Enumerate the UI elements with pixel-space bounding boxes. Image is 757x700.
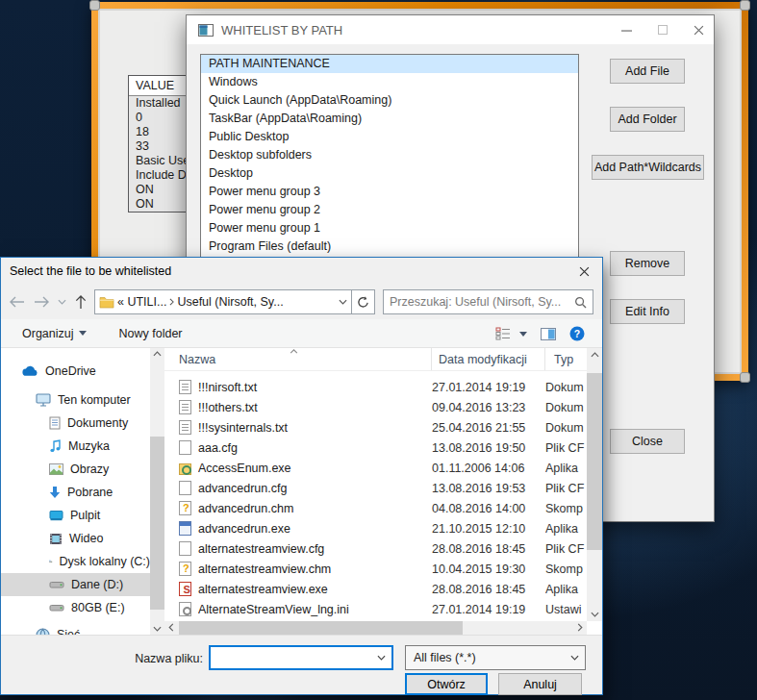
chevron-down-icon <box>570 655 579 661</box>
navigation-pane: OneDrive Ten komputer Dokumenty Muzyka <box>1 348 164 635</box>
back-icon[interactable] <box>10 296 25 308</box>
scroll-down-icon[interactable] <box>591 612 599 617</box>
file-row[interactable]: advancedrun.exe 21.10.2015 12:10 Aplika <box>164 518 587 538</box>
scrollbar-thumb[interactable] <box>150 437 164 610</box>
whitelist-titlebar[interactable]: WHITELIST BY PATH <box>187 15 714 44</box>
add-folder-button[interactable]: Add Folder <box>610 107 685 132</box>
file-row[interactable]: !!!others.txt 09.04.2016 13:23 Dokum <box>164 397 587 417</box>
sidebar-item-downloads[interactable]: Pobrane <box>1 481 150 504</box>
change-view-button[interactable] <box>495 327 527 341</box>
navigation-row: « UTILI... Useful (Nirsoft, Sy... <box>1 285 602 319</box>
column-header-date[interactable]: Data modyfikacji <box>432 348 545 370</box>
remove-button[interactable]: Remove <box>610 251 685 276</box>
close-icon[interactable] <box>569 258 598 285</box>
sidebar-item-network[interactable]: Sieć <box>1 623 150 635</box>
sidebar-item-desktop[interactable]: Pulpit <box>1 504 150 527</box>
address-bar[interactable]: « UTILI... Useful (Nirsoft, Sy... <box>94 289 352 314</box>
scroll-down-icon[interactable] <box>153 626 162 632</box>
file-row[interactable]: advancedrun.chm 04.08.2016 14:00 Skomp <box>164 498 587 518</box>
help-icon[interactable] <box>569 326 585 341</box>
file-date: 25.04.2016 21:55 <box>432 421 545 435</box>
sidebar-item-music[interactable]: Muzyka <box>1 435 150 458</box>
close-icon[interactable] <box>694 25 704 36</box>
search-box[interactable] <box>383 289 593 314</box>
column-header-name[interactable]: Nazwa <box>164 348 432 370</box>
filetype-dropdown[interactable]: All files (*.*) <box>405 645 586 670</box>
list-item[interactable]: Power menu group 1 <box>201 219 578 238</box>
filename-combobox[interactable] <box>209 645 393 670</box>
file-row[interactable]: !!!sysinternals.txt 25.04.2016 21:55 Dok… <box>164 417 587 438</box>
list-item[interactable]: PATH MAINTENANCE <box>201 55 578 73</box>
organize-menu[interactable]: Organizuj <box>22 327 87 340</box>
close-button[interactable]: Close <box>610 429 685 454</box>
list-item[interactable]: Public Desktop <box>201 128 578 146</box>
open-button[interactable]: Otwórz <box>405 673 488 695</box>
cancel-button[interactable]: Anuluj <box>498 673 582 695</box>
window-resize-grip[interactable] <box>740 372 750 383</box>
sidebar-item-80gb-e[interactable]: 80GB (E:) <box>1 596 150 619</box>
onedrive-cloud-icon <box>22 365 38 377</box>
sidebar-item-this-pc[interactable]: Ten komputer <box>1 388 150 412</box>
sidebar-scrollbar[interactable] <box>150 348 164 635</box>
file-row[interactable]: AccessEnum.exe 01.11.2006 14:06 Aplika <box>164 458 587 478</box>
scroll-up-icon[interactable] <box>153 351 162 357</box>
forward-icon[interactable] <box>34 296 49 308</box>
window-corner-grip[interactable] <box>89 0 100 11</box>
breadcrumb-segment[interactable]: Useful (Nirsoft, Sy... <box>177 295 283 309</box>
minimize-icon[interactable] <box>621 25 632 36</box>
add-path-wildcards-button[interactable]: Add Path*Wildcards <box>592 155 704 180</box>
sidebar-item-label: Sieć <box>57 628 80 635</box>
new-folder-button[interactable]: Nowy folder <box>119 327 183 340</box>
scrollbar-thumb[interactable] <box>179 621 463 635</box>
scroll-right-icon[interactable] <box>577 623 583 632</box>
file-rows: !!!nirsoft.txt 27.01.2014 19:19 Dokum !!… <box>164 371 587 621</box>
file-date: 01.11.2006 14:06 <box>432 462 545 475</box>
file-row[interactable]: !!!nirsoft.txt 27.01.2014 19:19 Dokum <box>164 377 587 397</box>
sidebar-item-videos[interactable]: Wideo <box>1 527 150 550</box>
list-item[interactable]: Windows <box>201 73 578 91</box>
scrollbar-thumb[interactable] <box>587 373 602 550</box>
edit-info-button[interactable]: Edit Info <box>610 299 685 324</box>
list-item[interactable]: TaskBar (AppData\Roaming) <box>201 110 578 128</box>
file-row[interactable]: alternatestreamview.chm 10.04.2015 19:30… <box>164 559 587 579</box>
filetype-value: All files (*.*) <box>414 651 476 664</box>
filename-input[interactable] <box>211 647 377 668</box>
list-item[interactable]: Power menu group 2 <box>201 201 578 219</box>
window-corner-grip[interactable] <box>740 0 750 11</box>
chevron-down-icon[interactable] <box>339 299 347 305</box>
scroll-up-icon[interactable] <box>591 352 599 358</box>
txt-file-icon <box>179 420 191 435</box>
file-list-horizontal-scrollbar[interactable] <box>164 621 587 635</box>
refresh-button[interactable] <box>352 289 375 314</box>
breadcrumb-segment[interactable]: « UTILI... <box>117 295 166 309</box>
file-row[interactable]: alternatestreamview.exe 28.08.2016 18:45… <box>164 579 587 599</box>
red-s-app-icon <box>179 582 191 596</box>
list-item[interactable]: Desktop subfolders <box>201 146 578 164</box>
sidebar-item-dane-d[interactable]: Dane (D:) <box>1 573 150 596</box>
file-name: alternatestreamview.exe <box>198 583 432 596</box>
sidebar-item-local-disk-c[interactable]: Dysk lokalny (C:) <box>1 550 150 573</box>
list-item[interactable]: Program Files (default) <box>201 238 578 256</box>
file-row[interactable]: alternatestreamview.cfg 28.08.2016 18:45… <box>164 538 587 559</box>
list-item[interactable]: Desktop <box>201 164 578 183</box>
up-icon[interactable] <box>75 295 87 310</box>
file-row[interactable]: aaa.cfg 13.08.2016 19:50 Plik CF <box>164 438 587 458</box>
file-type: Plik CF <box>545 542 587 556</box>
search-input[interactable] <box>390 295 574 309</box>
chevron-down-icon[interactable] <box>377 655 386 661</box>
file-row[interactable]: advancedrun.cfg 13.08.2016 19:53 Plik CF <box>164 478 587 498</box>
sidebar-item-documents[interactable]: Dokumenty <box>1 412 150 435</box>
file-type: Plik CF <box>545 482 587 495</box>
add-file-button[interactable]: Add File <box>610 59 685 84</box>
recent-locations-icon[interactable] <box>58 299 66 305</box>
file-list-vertical-scrollbar[interactable] <box>587 348 602 621</box>
file-dialog-titlebar[interactable]: Select the file to be whitelisted <box>1 258 602 285</box>
sidebar-item-onedrive[interactable]: OneDrive <box>1 360 150 383</box>
maximize-icon[interactable] <box>658 25 668 35</box>
file-row[interactable]: AlternateStreamView_lng.ini 27.01.2014 1… <box>164 599 587 619</box>
scroll-left-icon[interactable] <box>168 623 174 632</box>
preview-pane-icon[interactable] <box>541 328 556 340</box>
list-item[interactable]: Power menu group 3 <box>201 183 578 201</box>
list-item[interactable]: Quick Launch (AppData\Roaming) <box>201 91 578 110</box>
sidebar-item-pictures[interactable]: Obrazy <box>1 458 150 481</box>
